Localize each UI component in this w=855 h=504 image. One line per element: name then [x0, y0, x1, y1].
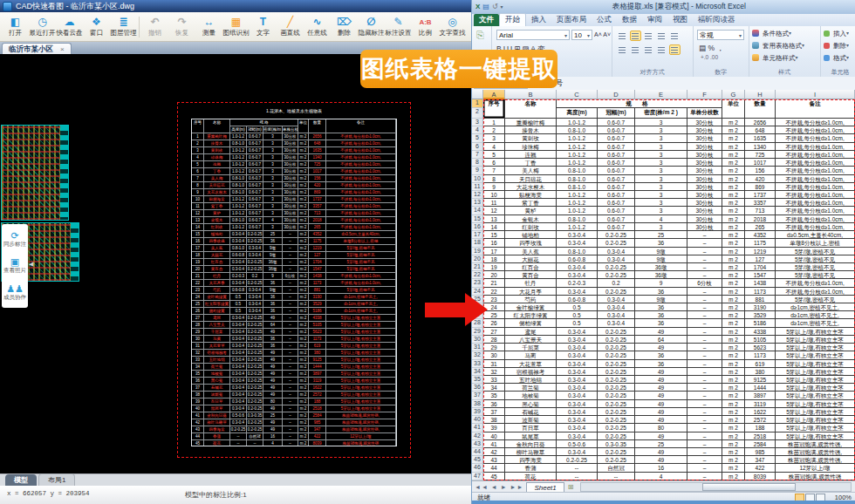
data-cell[interactable]: 1438 — [745, 279, 776, 287]
data-cell[interactable]: 8 — [483, 175, 505, 183]
data-cell[interactable]: 30分枝 — [687, 183, 722, 191]
data-cell[interactable]: 0.3-0.4 — [598, 303, 635, 311]
data-cell[interactable]: 0.8-1.0 — [557, 175, 598, 183]
data-cell[interactable]: 0.6-0.7 — [598, 215, 635, 223]
data-cell[interactable]: 30分枝 — [687, 167, 722, 174]
data-cell[interactable]: 0.6-0.8 — [557, 296, 598, 303]
data-cell[interactable]: 0.2-0.25 — [598, 400, 635, 408]
number-format-icons[interactable]: ▤ % ， — [699, 44, 724, 54]
column-header-C[interactable]: C — [557, 90, 598, 99]
panel-collapse-icon[interactable]: ◀ — [29, 261, 33, 268]
data-cell[interactable]: 21 — [483, 279, 505, 287]
data-cell[interactable]: m 2 — [722, 296, 745, 303]
data-cell[interactable]: 0.6-0.7 — [598, 183, 635, 191]
data-cell[interactable]: 0.6-0.7 — [598, 223, 635, 231]
data-cell[interactable]: 0.2-0.3 — [557, 279, 598, 287]
data-cell[interactable]: 紫丁香 — [505, 199, 557, 207]
data-cell[interactable]: 49 — [635, 328, 687, 336]
data-cell[interactable]: 1017 — [745, 159, 776, 167]
data-cell[interactable]: 石碱花 — [505, 408, 557, 416]
data-cell[interactable]: – — [687, 408, 722, 416]
data-cell[interactable]: 不拼栽,每分枝d≥1.0cm, — [776, 119, 855, 126]
row-header[interactable]: 18 — [472, 239, 483, 247]
data-cell[interactable]: 5芽以上/墩,有独立主茎 — [776, 351, 855, 359]
data-cell[interactable]: 0.2-0.25 — [598, 416, 635, 424]
data-cell[interactable]: 3 — [635, 183, 687, 191]
header-cell-crown[interactable]: 冠幅(m) — [598, 108, 635, 119]
data-cell[interactable]: 1635 — [745, 134, 776, 142]
data-cell[interactable]: m 2 — [722, 473, 745, 480]
data-cell[interactable]: 0.3-0.4 — [557, 239, 598, 247]
toolbar-draw-line[interactable]: ╱画直线 — [277, 16, 304, 37]
data-cell[interactable]: 黄栌 — [505, 207, 557, 215]
cad-drawing-tab[interactable]: 临沂市某小区 × — [2, 43, 72, 55]
data-cell[interactable]: 30分枝 — [687, 159, 722, 167]
data-cell[interactable]: 0.5-0.6 — [557, 440, 598, 448]
data-cell[interactable]: 3 — [635, 199, 687, 207]
data-cell[interactable]: 30 — [483, 351, 505, 359]
data-cell[interactable]: 金银木 — [505, 215, 557, 223]
data-cell[interactable]: – — [687, 328, 722, 336]
data-cell[interactable]: 0.6-0.7 — [598, 175, 635, 183]
data-cell[interactable]: 0.2-0.25 — [598, 344, 635, 351]
data-cell[interactable]: 2 — [483, 126, 505, 134]
data-cell[interactable]: 36 — [635, 303, 687, 311]
data-cell[interactable]: 4 — [635, 215, 687, 223]
data-cell[interactable]: 0.3-0.4 — [557, 368, 598, 376]
data-cell[interactable]: 36 — [635, 311, 687, 319]
data-cell[interactable]: 30分枝 — [687, 134, 722, 142]
data-cell[interactable]: 5芽以上/墩,有独立主茎 — [776, 408, 855, 416]
toolbar-measure[interactable]: ↔测量 — [195, 16, 222, 37]
data-cell[interactable]: 30分枝 — [687, 191, 722, 199]
data-cell[interactable]: 不拼栽,每分枝d≥1.0cm, — [776, 126, 855, 134]
ribbon-tab-福昕阅读器[interactable]: 福昕阅读器 — [693, 14, 741, 26]
data-cell[interactable]: 27 — [483, 328, 505, 336]
data-cell[interactable]: m 2 — [722, 360, 745, 368]
data-cell[interactable]: 0.3-0.4 — [598, 311, 635, 319]
data-cell[interactable]: 49 — [635, 368, 687, 376]
wrap-text-icon[interactable] — [669, 31, 681, 41]
row-header[interactable]: 15 — [472, 215, 483, 223]
number-format-select[interactable]: 常规▾ — [697, 30, 744, 40]
data-cell[interactable]: m 2 — [722, 368, 745, 376]
ribbon-tab-文件[interactable]: 文件 — [474, 14, 499, 26]
row-header[interactable]: 34 — [472, 368, 483, 376]
data-cell[interactable]: m 2 — [722, 424, 745, 432]
ribbon-tab-数据[interactable]: 数据 — [617, 14, 642, 26]
data-cell[interactable]: 0.3-0.4 — [557, 392, 598, 399]
data-cell[interactable]: 420 — [745, 175, 776, 183]
data-cell[interactable]: 42 — [483, 448, 505, 456]
data-cell[interactable]: 43 — [483, 456, 505, 464]
row-header[interactable]: 38 — [472, 400, 483, 408]
data-cell[interactable]: 芍药 — [505, 296, 557, 303]
data-cell[interactable]: 0.3-0.35 — [598, 440, 635, 448]
data-cell[interactable]: – — [687, 448, 722, 456]
data-cell[interactable]: 0.3-0.4 — [557, 400, 598, 408]
data-cell[interactable]: 鸢尾 — [505, 328, 557, 336]
data-cell[interactable]: 7 — [483, 167, 505, 174]
data-cell[interactable]: 30分枝 — [687, 126, 722, 134]
data-cell[interactable]: 380 — [745, 368, 776, 376]
data-cell[interactable]: m 2 — [722, 175, 745, 183]
data-cell[interactable]: 5芽以上/墩,有独立主茎 — [776, 392, 855, 399]
data-cell[interactable]: 贴梗海棠 — [505, 191, 557, 199]
ribbon-tab-页面布局[interactable]: 页面布局 — [551, 14, 592, 26]
data-cell[interactable]: 不拼栽,每分枝d≥1.0cm, — [776, 183, 855, 191]
data-cell[interactable]: 4 — [635, 473, 687, 480]
header-cell-seq[interactable]: 序号 — [483, 99, 505, 119]
middle-align-icon[interactable] — [630, 31, 641, 41]
spreadsheet-grid[interactable]: ABCDEFGHI 1序号名称规 格单位数量备注2高度(m)冠幅(m)密度(株/… — [472, 90, 855, 480]
data-cell[interactable]: 0.6-0.8 — [557, 255, 598, 263]
data-cell[interactable]: 6 — [483, 159, 505, 167]
data-cell[interactable]: 20 — [483, 271, 505, 279]
data-cell[interactable]: 宿根福禄考 — [505, 368, 557, 376]
data-cell[interactable]: 49 — [635, 384, 687, 392]
data-cell[interactable]: 265 — [745, 223, 776, 231]
data-cell[interactable]: – — [687, 255, 722, 263]
bottom-align-icon[interactable] — [643, 31, 654, 41]
data-cell[interactable]: – — [687, 239, 722, 247]
insert-cells-button[interactable]: 插入▾ — [824, 30, 849, 38]
data-cell[interactable]: – — [687, 456, 722, 464]
data-cell[interactable]: 10 — [483, 191, 505, 199]
row-header[interactable]: 1 — [472, 99, 483, 108]
